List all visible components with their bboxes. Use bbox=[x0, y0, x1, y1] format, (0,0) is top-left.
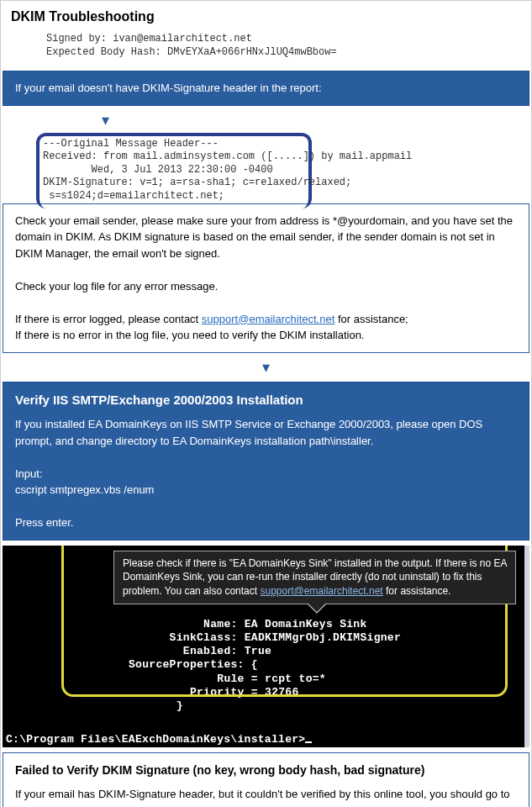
check-sender-box: Check your email sender, please make sur… bbox=[3, 203, 529, 353]
support-email-link[interactable]: support@emailarchitect.net bbox=[202, 313, 334, 325]
paragraph: Check your email sender, please make sur… bbox=[15, 213, 517, 262]
snippet-line: Expected Body Hash: DMvEYXaA+066rHNxJlUQ… bbox=[46, 46, 521, 60]
paragraph: If your email has DKIM-Signature header,… bbox=[15, 786, 517, 807]
paragraph: Press enter. bbox=[15, 514, 517, 531]
verify-iis-title: Verify IIS SMTP/Exchange 2000/2003 Insta… bbox=[15, 391, 517, 410]
arrow-down-icon: ▾ bbox=[262, 360, 270, 375]
command-text: cscript smtpregex.vbs /enum bbox=[15, 482, 517, 498]
paragraph: Check your log file for any error messag… bbox=[15, 278, 517, 295]
page-title: DKIM Troubleshooting bbox=[1, 1, 531, 33]
arrow-down-icon: ▾ bbox=[102, 113, 109, 128]
console-prompt: C:\Program Files\EAExchDomainKeys\instal… bbox=[3, 713, 524, 747]
original-header-block: ---Original Message Header--- Received: … bbox=[43, 138, 396, 203]
paragraph: If there is error logged, please contact… bbox=[15, 311, 517, 328]
no-signature-text: If your email doesn't have DKIM-Signatur… bbox=[15, 82, 322, 94]
snippet-line: Signed by: ivan@emailarchitect.net bbox=[46, 33, 521, 46]
support-email-link[interactable]: support@emailarchitect.net bbox=[260, 585, 382, 597]
console-screenshot: Please check if there is "EA DomainKeys … bbox=[3, 546, 529, 748]
failed-verify-title: Failed to Verify DKIM Signature (no key,… bbox=[15, 762, 517, 779]
no-signature-box: If your email doesn't have DKIM-Signatur… bbox=[3, 71, 529, 106]
verify-iis-box: Verify IIS SMTP/Exchange 2000/2003 Insta… bbox=[3, 382, 529, 541]
header-snippet: Signed by: ivan@emailarchitect.net Expec… bbox=[1, 33, 531, 59]
failed-verify-box: Failed to Verify DKIM Signature (no key,… bbox=[3, 752, 529, 807]
paragraph: If you installed EA DomainKeys on IIS SM… bbox=[15, 416, 517, 449]
callout-box: Please check if there is "EA DomainKeys … bbox=[113, 551, 516, 604]
paragraph: If there is no error in the log file, yo… bbox=[15, 327, 517, 344]
original-header-text: ---Original Message Header--- Received: … bbox=[43, 138, 396, 203]
paragraph: Input: bbox=[15, 466, 517, 483]
